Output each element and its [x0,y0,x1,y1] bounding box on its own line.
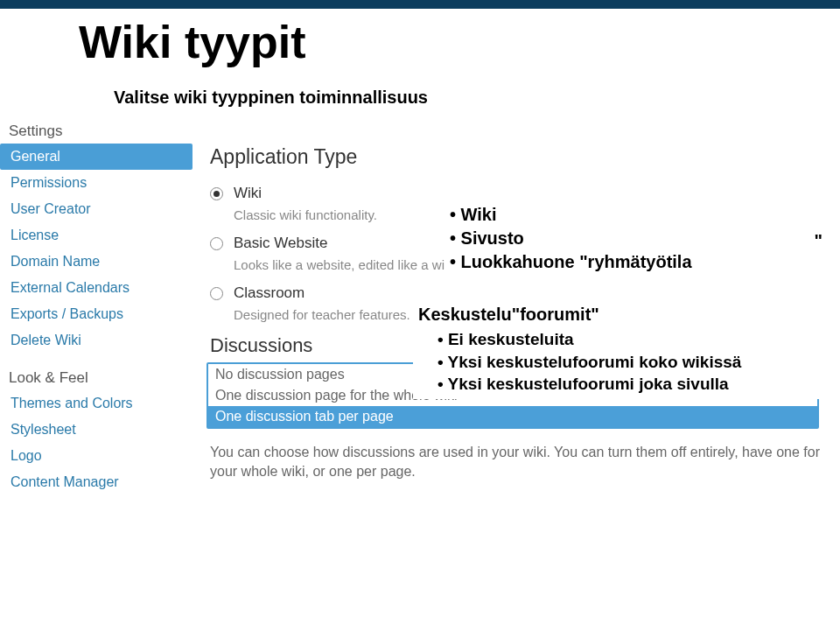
radio-icon [210,187,223,200]
sidebar-item-domain-name[interactable]: Domain Name [0,249,192,275]
radio-icon [210,237,223,250]
sidebar-item-logo[interactable]: Logo [0,443,192,469]
annotation-bullet: Yksi keskustelufoorumi joka sivulla [438,373,830,396]
section-title-application-type: Application Type [210,145,831,169]
annotation-bullet: Yksi keskustelufoorumi koko wikissä [438,351,830,374]
radio-label: Basic Website [234,235,327,252]
radio-label: Wiki [234,185,262,202]
settings-sidebar: Settings General Permissions User Creato… [0,116,192,495]
annotation-heading: Keskustelu"foorumit" [418,303,830,326]
discussions-help-text: You can choose how discussions are used … [210,443,822,482]
annotation-discussions: Keskustelu"foorumit" Ei keskusteluita Yk… [413,299,835,399]
disc-option-per-page[interactable]: One discussion tab per page [208,406,817,427]
sidebar-item-exports-backups[interactable]: Exports / Backups [0,301,192,327]
slide-subtitle: Valitse wiki tyyppinen toiminnallisuus [114,88,428,108]
sidebar-item-general[interactable]: General [0,144,192,170]
radio-label: Classroom [234,284,304,302]
annotation-quote-mark: " [815,229,822,253]
sidebar-group-settings: Settings [0,116,192,144]
sidebar-item-stylesheet[interactable]: Stylesheet [0,417,192,443]
annotation-bullet: Wiki [450,203,824,227]
radio-icon [210,287,223,300]
top-accent-bar [0,0,840,9]
annotation-bullet: Luokkahuone "ryhmätyötila [450,250,824,274]
annotation-bullet: Sivusto [450,227,824,250]
sidebar-item-content-manager[interactable]: Content Manager [0,469,192,495]
annotation-app-type: Wiki Sivusto Luokkahuone "ryhmätyötila " [444,200,830,277]
sidebar-item-themes-colors[interactable]: Themes and Colors [0,390,192,417]
sidebar-group-look-feel: Look & Feel [0,362,192,390]
annotation-bullet: Ei keskusteluita [438,328,830,351]
sidebar-item-external-calendars[interactable]: External Calendars [0,275,192,301]
sidebar-item-user-creator[interactable]: User Creator [0,196,192,222]
sidebar-item-license[interactable]: License [0,222,192,249]
sidebar-item-permissions[interactable]: Permissions [0,170,192,196]
slide-title: Wiki tyypit [79,16,306,68]
sidebar-item-delete-wiki[interactable]: Delete Wiki [0,327,192,354]
